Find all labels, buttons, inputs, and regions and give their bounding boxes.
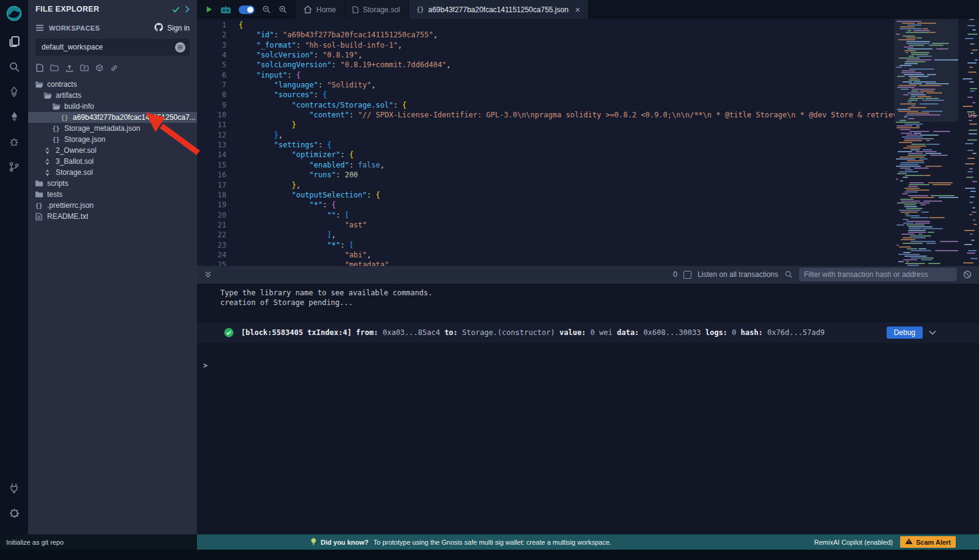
tree-item-build-info[interactable]: build-info — [28, 101, 197, 112]
overview-ruler[interactable] — [958, 19, 979, 266]
upload-file-icon[interactable] — [65, 64, 73, 72]
tx-parts: from: 0xa03...85ac4 to: Storage.(constru… — [352, 328, 825, 337]
folder-icon — [34, 191, 43, 198]
tx-summary: [block:5583405 txIndex:4] from: 0xa03...… — [241, 328, 887, 337]
tree-item-tests[interactable]: tests — [28, 189, 197, 200]
terminal-prompt[interactable]: > — [197, 361, 979, 370]
status-bar: Initialize as git repo Did you know? To … — [0, 534, 979, 550]
deploy-and-run-icon[interactable] — [4, 107, 24, 127]
tab-storage-sol[interactable]: Storage.sol — [344, 0, 409, 19]
listen-checkbox[interactable] — [683, 271, 691, 279]
tree-item-contracts[interactable]: contracts — [28, 79, 197, 90]
expand-tx-icon[interactable] — [929, 330, 936, 335]
folder-open-icon — [34, 81, 43, 88]
tree-item-label: .prettierrc.json — [47, 201, 94, 210]
workspace-options-icon[interactable] — [175, 42, 185, 53]
file-icon — [352, 6, 359, 13]
tree-item-label: Storage_metadata.json — [64, 124, 140, 133]
scam-alert-label: Scam Alert — [916, 539, 951, 546]
accept-check-icon[interactable] — [172, 6, 180, 13]
git-init-button[interactable]: Initialize as git repo — [0, 534, 197, 550]
zoom-out-button[interactable] — [262, 5, 271, 14]
settings-icon[interactable] — [4, 503, 24, 523]
window-bottom-edge — [0, 550, 979, 560]
remix-logo-icon[interactable] — [4, 4, 24, 23]
tip-text: To prototype using the Gnosis safe multi… — [373, 539, 611, 546]
json-file-icon: {} — [34, 202, 43, 209]
tree-item-storage-metadata-json[interactable]: {}Storage_metadata.json — [28, 123, 197, 134]
filter-input[interactable] — [799, 268, 957, 281]
tree-item-readme-txt[interactable]: README.txt — [28, 211, 197, 222]
scam-alert-badge[interactable]: Scam Alert — [900, 536, 956, 548]
tab-home[interactable]: Home — [296, 0, 344, 19]
zoom-in-button[interactable] — [278, 5, 288, 14]
hamburger-icon[interactable] — [35, 23, 44, 34]
plugin-manager-icon[interactable] — [4, 478, 24, 498]
tree-item-label: scripts — [47, 179, 69, 188]
terminal-search-icon[interactable] — [784, 270, 793, 279]
tree-item-storage-sol[interactable]: Storage.sol — [28, 167, 197, 178]
sign-in-button[interactable]: Sign in — [154, 23, 190, 34]
workspace-select[interactable]: default_workspace — [35, 39, 190, 56]
solidity-file-icon — [43, 169, 52, 177]
file-explorer-icon[interactable] — [4, 32, 24, 51]
solidity-compiler-icon[interactable] — [4, 82, 24, 101]
file-icon — [34, 213, 43, 221]
collapse-terminal-icon[interactable] — [204, 271, 212, 278]
git-icon[interactable] — [4, 157, 24, 177]
tree-item-label: a69b43f277ba20fcac141151250ca7... — [73, 113, 196, 122]
tx-success-icon — [224, 328, 234, 337]
json-file-icon: {} — [417, 6, 424, 13]
minimap[interactable] — [895, 19, 958, 266]
close-tab-icon[interactable]: × — [575, 6, 580, 14]
json-file-icon: {} — [51, 136, 61, 143]
code-editor[interactable]: 1234567891011121314151617181920212223242… — [197, 19, 979, 266]
debugger-icon[interactable] — [4, 132, 24, 152]
tree-item-scripts[interactable]: scripts — [28, 178, 197, 189]
tree-item-label: 3_Ballot.sol — [56, 157, 94, 166]
copilot-toggle[interactable] — [239, 6, 255, 14]
ai-copilot-icon[interactable] — [220, 6, 231, 14]
publish-ipfs-icon[interactable] — [95, 64, 103, 72]
tx-count-badge: 0 — [673, 270, 677, 279]
tip-prefix: Did you know? — [321, 539, 368, 546]
warning-icon — [905, 538, 913, 546]
upload-folder-icon[interactable] — [80, 64, 89, 72]
tree-item-label: Storage.json — [64, 135, 105, 144]
tree-item-label: tests — [47, 190, 62, 199]
tree-item-label: artifacts — [56, 91, 81, 100]
terminal[interactable]: Type the library name to see available c… — [197, 284, 979, 535]
chevron-right-icon[interactable] — [185, 6, 190, 13]
debug-button[interactable]: Debug — [887, 326, 923, 339]
workspace-name: default_workspace — [42, 43, 175, 51]
tab-a69b43f277ba20fcac141151250ca755-json[interactable]: {}a69b43f277ba20fcac141151250ca755.json× — [409, 0, 589, 19]
link-icon[interactable] — [110, 64, 118, 72]
clipped-text-fragment: us — [968, 110, 977, 120]
solidity-file-icon — [43, 158, 52, 166]
tree-item-3-ballot-sol[interactable]: 3_Ballot.sol — [28, 156, 197, 167]
tx-block: [block:5583405 txIndex:4] — [241, 328, 352, 337]
workspaces-label: WORKSPACES — [49, 24, 149, 32]
copilot-status[interactable]: RemixAI Copilot (enabled) — [814, 539, 893, 546]
terminal-line: Type the library name to see available c… — [197, 288, 979, 298]
lightbulb-icon — [310, 537, 317, 547]
transaction-row[interactable]: [block:5583405 txIndex:4] from: 0xa03...… — [197, 322, 979, 343]
new-file-icon[interactable] — [36, 64, 43, 72]
activity-bar — [0, 0, 28, 534]
clear-console-icon[interactable] — [963, 270, 972, 279]
tree-item-label: 2_Owner.sol — [56, 146, 97, 155]
new-folder-icon[interactable] — [50, 64, 59, 72]
tree-item-prettierrc-json[interactable]: {}.prettierrc.json — [28, 200, 197, 211]
tree-item-storage-json[interactable]: {}Storage.json — [28, 134, 197, 145]
tree-item-label: README.txt — [47, 212, 88, 221]
tree-item-artifacts[interactable]: artifacts — [28, 90, 197, 101]
github-icon — [154, 23, 163, 34]
remix-ide-window: FILE EXPLORER WORKSPACES Sign in default… — [0, 0, 979, 560]
search-icon[interactable] — [4, 57, 24, 76]
tree-item-a69b43f277ba20fcac141151250ca7[interactable]: {}a69b43f277ba20fcac141151250ca7... — [28, 112, 197, 123]
tab-label: a69b43f277ba20fcac141151250ca755.json — [428, 6, 568, 14]
tree-item-2-owner-sol[interactable]: 2_Owner.sol — [28, 145, 197, 156]
editor-code[interactable]: { "id": "a69b43f277ba20fcac141151250ca75… — [230, 19, 979, 266]
run-script-button[interactable] — [205, 6, 213, 13]
listen-label[interactable]: Listen on all transactions — [698, 270, 778, 279]
